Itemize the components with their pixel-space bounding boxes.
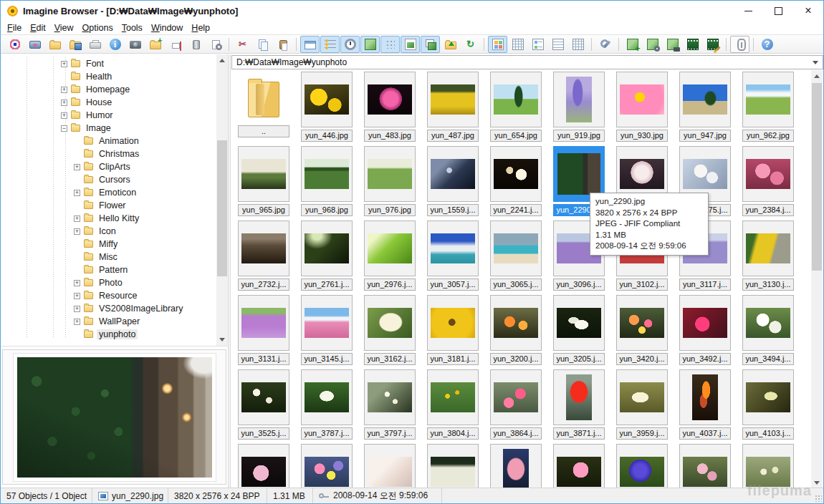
refresh-button[interactable]	[461, 36, 480, 53]
thumbnail[interactable]	[553, 72, 605, 127]
thumbnail[interactable]	[364, 444, 416, 489]
expand-toggle-icon[interactable]: +	[61, 100, 67, 106]
file-item[interactable]: yun_3787.j...	[301, 369, 353, 439]
file-item[interactable]: yun_487.jpg	[427, 72, 479, 141]
expand-toggle-icon[interactable]: +	[74, 215, 80, 222]
paste-button[interactable]	[273, 36, 292, 53]
toggle-image-stack-button[interactable]	[421, 36, 440, 53]
file-item[interactable]: yun_3200.j...	[490, 295, 542, 364]
address-dropdown-icon[interactable]	[813, 61, 818, 64]
tree-item-image[interactable]: −Image	[1, 122, 228, 135]
thumbnail[interactable]	[490, 369, 542, 425]
thumbnail[interactable]	[679, 444, 731, 489]
thumbnail[interactable]	[364, 295, 416, 351]
thumbnail[interactable]	[427, 369, 479, 425]
menu-tools[interactable]: Tools	[122, 23, 149, 33]
expand-toggle-icon[interactable]: +	[74, 306, 80, 312]
view-thumbnails-button[interactable]	[488, 36, 507, 53]
thumbnail[interactable]	[364, 72, 416, 127]
tools-wrench-button[interactable]	[595, 36, 615, 53]
expand-toggle-icon[interactable]: +	[74, 319, 80, 325]
file-item[interactable]: yun_4103.j...	[742, 369, 794, 439]
tree-item-cliparts[interactable]: +ClipArts	[1, 160, 228, 173]
file-item[interactable]: yun_2384.j...	[742, 146, 794, 215]
grid-scroll-up-icon[interactable]	[811, 70, 823, 82]
thumbnail[interactable]	[490, 146, 542, 202]
file-item[interactable]	[238, 444, 289, 489]
file-item[interactable]: yun_3494.j...	[742, 295, 794, 364]
menu-view[interactable]: View	[54, 23, 80, 33]
menu-options[interactable]: Options	[82, 23, 120, 33]
view-tiles-button[interactable]	[528, 36, 547, 53]
file-item[interactable]: yun_3959.j...	[616, 369, 668, 439]
tree-item-humor[interactable]: +Humor	[1, 109, 228, 122]
file-item[interactable]: yun_962.jpg	[742, 72, 794, 141]
print-button[interactable]	[85, 36, 105, 53]
minimize-button[interactable]	[733, 1, 763, 21]
file-item[interactable]: yun_3131.j...	[238, 295, 289, 364]
file-item[interactable]: yun_3804.j...	[427, 369, 479, 439]
thumbnail[interactable]	[490, 444, 542, 489]
file-item[interactable]: yun_2761.j...	[301, 220, 353, 290]
tree-item-miffy[interactable]: Miffy	[1, 238, 228, 251]
collapse-toggle-icon[interactable]: −	[61, 125, 67, 132]
slideshow-button[interactable]	[25, 36, 44, 53]
thumbnail[interactable]	[679, 295, 731, 351]
new-folder-button[interactable]	[145, 36, 165, 53]
tree-scroll-down-icon[interactable]	[216, 334, 228, 346]
file-item[interactable]: yun_3864.j...	[490, 369, 542, 439]
file-item[interactable]	[427, 444, 479, 489]
image-capture-button[interactable]	[663, 36, 682, 53]
thumbnail[interactable]	[301, 444, 353, 489]
file-item[interactable]: yun_3057.j...	[427, 220, 479, 290]
file-item[interactable]: yun_1559.j...	[427, 146, 479, 215]
grid-scroll-thumb[interactable]	[812, 83, 822, 271]
tree-item-misc[interactable]: Misc	[1, 251, 228, 263]
thumbnail[interactable]	[742, 146, 794, 202]
thumbnail[interactable]	[616, 72, 668, 127]
thumbnail[interactable]	[616, 369, 668, 425]
thumbnail[interactable]	[742, 295, 794, 351]
thumbnail[interactable]	[742, 220, 794, 276]
thumbnail[interactable]	[238, 295, 289, 351]
save-button[interactable]	[65, 36, 85, 53]
thumbnail[interactable]	[364, 146, 416, 202]
file-item[interactable]: yun_3492.j...	[679, 295, 731, 364]
file-item[interactable]: yun_3205.j...	[553, 295, 605, 364]
tree-item-animation[interactable]: Animation	[1, 135, 228, 147]
tree-item-flower[interactable]: Flower	[1, 199, 228, 212]
file-item[interactable]: yun_4037.j...	[679, 369, 731, 439]
rename-button[interactable]	[166, 36, 185, 53]
file-item[interactable]: yun_3181.j...	[427, 295, 479, 364]
expand-toggle-icon[interactable]: +	[61, 87, 67, 93]
file-item[interactable]: yun_930.jpg	[616, 72, 668, 141]
thumbnail[interactable]	[553, 369, 605, 425]
toggle-spacing-button[interactable]	[380, 36, 400, 53]
file-item[interactable]: yun_2732.j...	[238, 220, 289, 290]
view-details-button[interactable]	[568, 36, 588, 53]
expand-toggle-icon[interactable]: +	[74, 228, 80, 235]
preview-eye-button[interactable]	[5, 36, 24, 53]
tree-scroll-thumb[interactable]	[217, 140, 227, 276]
file-item[interactable]: yun_3871.j...	[553, 369, 605, 439]
thumbnail[interactable]	[301, 295, 353, 351]
thumbnail[interactable]	[427, 220, 479, 276]
file-item[interactable]	[490, 444, 542, 489]
tree-item-hello-kitty[interactable]: +Hello Kitty	[1, 212, 228, 225]
thumbnail[interactable]	[238, 369, 289, 425]
attach-button[interactable]	[730, 36, 749, 53]
toggle-window-panel-button[interactable]	[300, 36, 320, 53]
thumbnail[interactable]	[238, 444, 289, 489]
view-list-button[interactable]	[548, 36, 567, 53]
toggle-image-panel-button[interactable]	[360, 36, 380, 53]
file-item[interactable]: yun_3525.j...	[238, 369, 289, 439]
cut-button[interactable]	[233, 36, 252, 53]
expand-toggle-icon[interactable]: +	[74, 164, 80, 170]
file-info-button[interactable]	[105, 36, 125, 53]
expand-toggle-icon[interactable]: +	[61, 61, 67, 67]
tree-item-yunphoto[interactable]: yunphoto	[1, 328, 228, 341]
thumbnail[interactable]	[553, 295, 605, 351]
file-item[interactable]: yun_965.jpg	[238, 146, 289, 215]
thumbnail[interactable]	[427, 72, 479, 127]
thumbnail[interactable]	[301, 146, 353, 202]
